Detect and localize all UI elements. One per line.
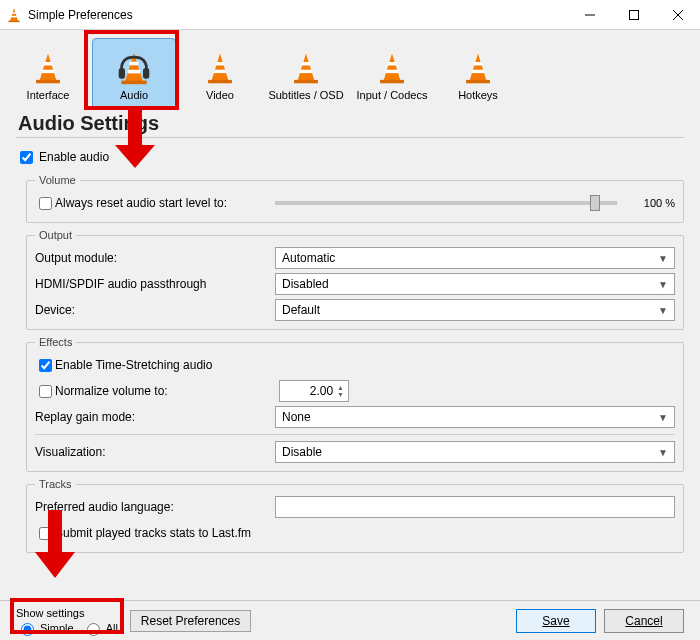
headphones-cone-icon [114,49,154,87]
window-title: Simple Preferences [28,8,568,22]
tab-hotkeys[interactable]: Hotkeys [436,38,520,108]
lastfm-checkbox[interactable] [39,527,52,540]
minimize-button[interactable] [568,0,612,30]
codec-cone-icon [372,49,412,87]
device-label: Device: [35,303,275,317]
reset-level-checkbox[interactable] [39,197,52,210]
time-stretch-label: Enable Time-Stretching audio [55,358,212,372]
normalize-checkbox[interactable] [39,385,52,398]
pref-lang-label: Preferred audio language: [35,500,275,514]
effects-group: Effects Enable Time-Stretching audio Nor… [26,336,684,472]
pref-lang-input[interactable] [275,496,675,518]
visualization-dropdown[interactable]: Disable ▼ [275,441,675,463]
output-module-dropdown[interactable]: Automatic ▼ [275,247,675,269]
normalize-label: Normalize volume to: [55,384,279,398]
tracks-legend: Tracks [35,478,76,490]
category-tabs: Interface Audio Video Subtitles / OSD In… [0,30,700,108]
show-settings-label: Show settings [16,606,118,620]
replay-gain-dropdown[interactable]: None ▼ [275,406,675,428]
enable-audio-row: Enable audio [16,144,684,170]
cancel-button[interactable]: Cancel [604,609,684,633]
save-button[interactable]: Save [516,609,596,633]
svg-rect-5 [630,10,639,19]
tracks-group: Tracks Preferred audio language: Submit … [26,478,684,553]
visualization-label: Visualization: [35,445,275,459]
effects-legend: Effects [35,336,76,348]
radio-all[interactable]: All [82,620,118,636]
divider [35,434,675,435]
reset-preferences-button[interactable]: Reset Preferences [130,610,251,632]
tab-interface[interactable]: Interface [6,38,90,108]
page-title: Audio Settings [18,112,684,135]
volume-percent: 100 % [627,197,675,209]
tab-video[interactable]: Video [178,38,262,108]
passthrough-label: HDMI/SPDIF audio passthrough [35,277,275,291]
volume-group: Volume Always reset audio start level to… [26,174,684,223]
chevron-down-icon: ▼ [658,305,668,316]
normalize-spinner[interactable]: 2.00 ▲▼ [279,380,349,402]
output-module-label: Output module: [35,251,275,265]
svg-rect-8 [119,68,125,79]
volume-slider[interactable] [275,201,617,205]
titlebar: Simple Preferences [0,0,700,30]
chevron-down-icon: ▼ [658,279,668,290]
divider [16,137,684,138]
chevron-down-icon: ▼ [658,412,668,423]
replay-gain-label: Replay gain mode: [35,410,275,424]
chevron-down-icon: ▼ [658,447,668,458]
output-legend: Output [35,229,76,241]
output-group: Output Output module: Automatic ▼ HDMI/S… [26,229,684,330]
footer: Show settings Simple All Reset Preferenc… [0,600,700,640]
enable-audio-checkbox[interactable] [20,151,33,164]
device-dropdown[interactable]: Default ▼ [275,299,675,321]
tab-audio[interactable]: Audio [92,38,176,108]
chevron-up-icon: ▲ [337,384,344,391]
hotkey-cone-icon [458,49,498,87]
cone-icon [28,49,68,87]
app-icon [6,7,22,23]
reset-level-label: Always reset audio start level to: [55,196,265,210]
chevron-down-icon: ▼ [337,391,344,398]
volume-legend: Volume [35,174,80,186]
subtitle-cone-icon [286,49,326,87]
lastfm-label: Submit played tracks stats to Last.fm [55,526,251,540]
passthrough-dropdown[interactable]: Disabled ▼ [275,273,675,295]
enable-audio-label: Enable audio [39,150,109,164]
close-button[interactable] [656,0,700,30]
time-stretch-checkbox[interactable] [39,359,52,372]
maximize-button[interactable] [612,0,656,30]
tab-subtitles[interactable]: Subtitles / OSD [264,38,348,108]
radio-simple[interactable]: Simple [16,620,74,636]
tab-codecs[interactable]: Input / Codecs [350,38,434,108]
chevron-down-icon: ▼ [658,253,668,264]
film-cone-icon [200,49,240,87]
svg-rect-9 [143,68,149,79]
